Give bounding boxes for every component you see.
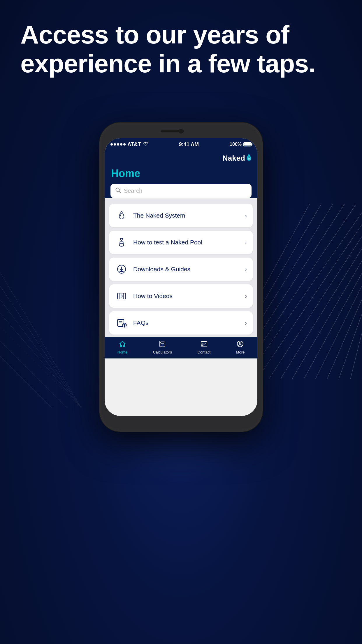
tab-bar: Home <box>105 337 257 358</box>
wifi-icon <box>143 142 148 147</box>
chevron-right-icon-4: › <box>245 293 247 300</box>
status-right: 100% <box>230 142 252 147</box>
phone-mockup: AT&T 9:41 AM 100% <box>99 123 263 432</box>
phone-camera <box>179 129 183 134</box>
menu-item-naked-system[interactable]: The Naked System › <box>109 204 253 227</box>
svg-point-41 <box>161 344 161 345</box>
phone-shell: AT&T 9:41 AM 100% <box>99 123 263 432</box>
chevron-right-icon-5: › <box>245 320 247 326</box>
svg-line-20 <box>0 306 82 408</box>
brand-drop-icon <box>246 153 252 163</box>
faqs-icon: ? <box>115 316 128 329</box>
battery-label: 100% <box>230 142 242 147</box>
search-placeholder: Search <box>124 188 142 194</box>
tab-home-label: Home <box>117 350 128 354</box>
menu-item-videos[interactable]: How to Videos › <box>109 284 253 308</box>
svg-point-45 <box>162 346 163 346</box>
svg-line-9 <box>350 309 362 379</box>
signal-dot-1 <box>110 143 113 146</box>
search-bar[interactable]: Search <box>110 184 252 198</box>
svg-line-18 <box>0 277 82 408</box>
calculators-tab-icon <box>159 340 166 349</box>
svg-line-3 <box>280 239 362 379</box>
menu-list: The Naked System › How to test a Naked P… <box>105 199 257 337</box>
signal-dot-5 <box>123 143 126 146</box>
status-bar: AT&T 9:41 AM 100% <box>105 138 257 150</box>
menu-label-test-pool: How to test a Naked Pool <box>133 239 240 246</box>
battery-icon <box>243 142 252 146</box>
svg-line-6 <box>315 274 362 379</box>
hero-title: Access to our years of experience in a f… <box>20 20 342 78</box>
svg-point-43 <box>164 344 164 345</box>
page-title: Home <box>110 167 252 180</box>
svg-line-7 <box>327 286 362 379</box>
downloads-icon <box>115 263 128 276</box>
svg-point-44 <box>161 346 161 346</box>
chevron-right-icon: › <box>245 212 247 219</box>
svg-text:?: ? <box>124 324 125 327</box>
svg-rect-30 <box>117 293 126 299</box>
tab-calculators[interactable]: Calculators <box>153 340 172 354</box>
tab-home[interactable]: Home <box>117 340 128 354</box>
svg-line-25 <box>119 191 120 192</box>
svg-point-51 <box>239 342 241 344</box>
menu-item-faqs[interactable]: ? FAQs › <box>109 311 253 335</box>
svg-line-8 <box>339 298 362 379</box>
status-left: AT&T <box>110 141 148 148</box>
svg-rect-40 <box>161 342 164 343</box>
menu-label-downloads: Downloads & Guides <box>133 266 240 273</box>
videos-icon <box>115 290 128 302</box>
app-content: Home Search <box>105 167 257 198</box>
signal-dot-2 <box>114 143 116 146</box>
tab-more[interactable]: More <box>236 340 245 354</box>
test-pool-icon <box>115 236 128 249</box>
svg-point-42 <box>162 344 163 345</box>
chevron-right-icon-2: › <box>245 239 247 246</box>
decorative-lines-left <box>0 262 82 408</box>
svg-line-21 <box>0 321 82 408</box>
menu-label-videos: How to Videos <box>133 293 240 300</box>
naked-system-icon <box>115 209 128 222</box>
carrier-label: AT&T <box>127 141 141 148</box>
menu-item-downloads[interactable]: Downloads & Guides › <box>109 258 253 281</box>
tab-calculators-label: Calculators <box>153 350 172 354</box>
phone-screen: AT&T 9:41 AM 100% <box>105 138 257 416</box>
svg-line-17 <box>0 262 82 408</box>
signal-dot-3 <box>117 143 119 146</box>
status-time: 9:41 AM <box>179 141 199 148</box>
svg-line-19 <box>0 292 82 408</box>
tab-contact[interactable]: Contact <box>197 340 210 354</box>
menu-label-faqs: FAQs <box>133 319 240 326</box>
contact-tab-icon <box>200 340 208 349</box>
signal-dots <box>110 143 126 146</box>
search-icon <box>115 187 121 195</box>
tab-contact-label: Contact <box>197 350 210 354</box>
tab-more-label: More <box>236 350 245 354</box>
svg-marker-33 <box>121 295 123 298</box>
signal-dot-4 <box>120 143 122 146</box>
menu-item-test-pool[interactable]: How to test a Naked Pool › <box>109 231 253 254</box>
svg-line-4 <box>292 251 362 379</box>
chevron-right-icon-3: › <box>245 266 247 273</box>
brand-logo: Naked <box>222 153 252 163</box>
svg-line-22 <box>0 335 67 408</box>
svg-line-5 <box>304 262 362 379</box>
svg-rect-26 <box>120 238 123 240</box>
battery-fill <box>244 143 251 146</box>
more-tab-icon <box>236 340 244 349</box>
menu-label-naked-system: The Naked System <box>133 212 240 219</box>
svg-point-46 <box>164 346 164 346</box>
brand-name: Naked <box>222 154 245 163</box>
app-header: Naked <box>105 150 257 167</box>
home-tab-icon <box>119 340 126 349</box>
